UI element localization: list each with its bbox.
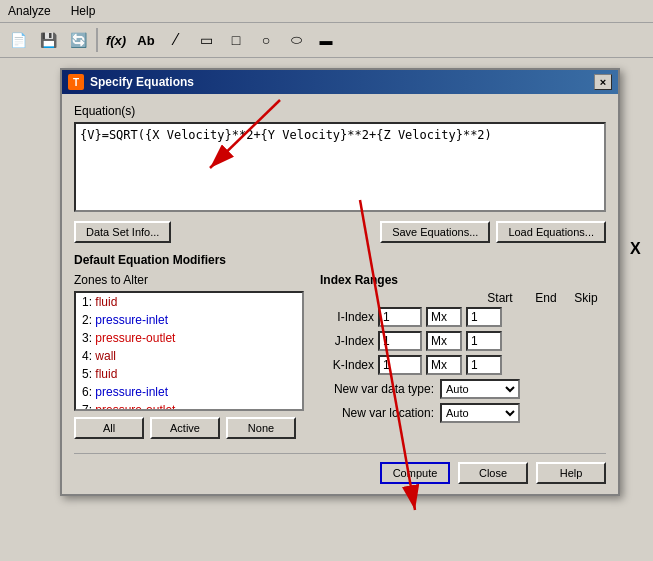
new-var-location-row: New var location: Auto bbox=[320, 403, 606, 423]
menu-help[interactable]: Help bbox=[67, 2, 100, 20]
new-var-location-label: New var location: bbox=[320, 406, 440, 420]
toolbar-btn-ab[interactable]: Ab bbox=[132, 26, 160, 54]
equation-btn-row: Data Set Info... Save Equations... Load … bbox=[74, 221, 606, 243]
toolbar-btn-slash[interactable]: ∕ bbox=[162, 26, 190, 54]
zone-num-2: 2: bbox=[82, 313, 95, 327]
zone-num-4: 4: bbox=[82, 349, 95, 363]
bottom-buttons: Compute Close Help bbox=[74, 453, 606, 484]
k-skip-input[interactable] bbox=[466, 355, 502, 375]
zone-num-5: 5: bbox=[82, 367, 95, 381]
toolbar-btn-rect1[interactable]: ▭ bbox=[192, 26, 220, 54]
zone-name-7: pressure-outlet bbox=[95, 403, 175, 411]
j-start-input[interactable] bbox=[378, 331, 422, 351]
zone-item-6[interactable]: 6: pressure-inlet bbox=[76, 383, 302, 401]
toolbar-btn-rect2[interactable]: □ bbox=[222, 26, 250, 54]
equation-input[interactable]: {V}=SQRT({X Velocity}**2+{Y Velocity}**2… bbox=[74, 122, 606, 212]
zone-item-3[interactable]: 3: pressure-outlet bbox=[76, 329, 302, 347]
save-equations-button[interactable]: Save Equations... bbox=[380, 221, 490, 243]
zone-item-5[interactable]: 5: fluid bbox=[76, 365, 302, 383]
toolbar-sep-1 bbox=[96, 28, 98, 52]
k-index-label: K-Index bbox=[320, 358, 378, 372]
zone-num-7: 7: bbox=[82, 403, 95, 411]
zone-item-4[interactable]: 4: wall bbox=[76, 347, 302, 365]
zone-name-6: pressure-inlet bbox=[95, 385, 168, 399]
index-header-row: Start End Skip bbox=[320, 291, 606, 305]
zone-name-5: fluid bbox=[95, 367, 117, 381]
zone-name-1: fluid bbox=[95, 295, 117, 309]
zone-item-7[interactable]: 7: pressure-outlet bbox=[76, 401, 302, 411]
j-end-input[interactable] bbox=[426, 331, 462, 351]
i-start-input[interactable] bbox=[378, 307, 422, 327]
index-col-end-header: End bbox=[526, 291, 566, 305]
index-col-skip-header: Skip bbox=[566, 291, 606, 305]
toolbar-btn-1[interactable]: 📄 bbox=[4, 26, 32, 54]
zone-item-1[interactable]: 1: fluid bbox=[76, 293, 302, 311]
menu-analyze[interactable]: Analyze bbox=[4, 2, 55, 20]
x-label: X bbox=[630, 240, 641, 258]
toolbar: 📄 💾 🔄 f(x) Ab ∕ ▭ □ ○ ⬭ ▬ bbox=[0, 23, 653, 58]
zone-num-6: 6: bbox=[82, 385, 95, 399]
toolbar-btn-rect3[interactable]: ▬ bbox=[312, 26, 340, 54]
zone-name-2: pressure-inlet bbox=[95, 313, 168, 327]
titlebar-left: T Specify Equations bbox=[68, 74, 194, 90]
new-var-data-type-select[interactable]: Auto bbox=[440, 379, 520, 399]
i-index-label: I-Index bbox=[320, 310, 378, 324]
close-dialog-button[interactable]: Close bbox=[458, 462, 528, 484]
load-equations-button[interactable]: Load Equations... bbox=[496, 221, 606, 243]
modifiers-label: Default Equation Modifiers bbox=[74, 253, 606, 267]
j-skip-input[interactable] bbox=[466, 331, 502, 351]
toolbar-btn-ellipse[interactable]: ⬭ bbox=[282, 26, 310, 54]
zones-label: Zones to Alter bbox=[74, 273, 304, 287]
toolbar-btn-2[interactable]: 💾 bbox=[34, 26, 62, 54]
new-var-location-select[interactable]: Auto bbox=[440, 403, 520, 423]
dialog-titlebar: T Specify Equations × bbox=[62, 70, 618, 94]
zone-num-3: 3: bbox=[82, 331, 95, 345]
k-end-input[interactable] bbox=[426, 355, 462, 375]
index-panel: Index Ranges Start End Skip I-Index bbox=[320, 273, 606, 439]
index-ranges-label: Index Ranges bbox=[320, 273, 606, 287]
zones-none-button[interactable]: None bbox=[226, 417, 296, 439]
zone-name-4: wall bbox=[95, 349, 116, 363]
k-start-input[interactable] bbox=[378, 355, 422, 375]
index-col-start-header: Start bbox=[474, 291, 526, 305]
equation-label: Equation(s) bbox=[74, 104, 606, 118]
toolbar-btn-fx[interactable]: f(x) bbox=[102, 26, 130, 54]
dialog-title: Specify Equations bbox=[90, 75, 194, 89]
zone-name-3: pressure-outlet bbox=[95, 331, 175, 345]
k-index-row: K-Index bbox=[320, 355, 606, 375]
specify-equations-dialog: T Specify Equations × Equation(s) {V}=SQ… bbox=[60, 68, 620, 496]
zone-item-2[interactable]: 2: pressure-inlet bbox=[76, 311, 302, 329]
zones-buttons: All Active None bbox=[74, 417, 304, 439]
zones-active-button[interactable]: Active bbox=[150, 417, 220, 439]
data-set-info-button[interactable]: Data Set Info... bbox=[74, 221, 171, 243]
menubar: Analyze Help bbox=[0, 0, 653, 23]
toolbar-btn-circle1[interactable]: ○ bbox=[252, 26, 280, 54]
i-index-row: I-Index bbox=[320, 307, 606, 327]
new-var-data-type-label: New var data type: bbox=[320, 382, 440, 396]
two-col-layout: Zones to Alter 1: fluid 2: pressure-inle… bbox=[74, 273, 606, 439]
save-load-buttons: Save Equations... Load Equations... bbox=[380, 221, 606, 243]
zone-num-1: 1: bbox=[82, 295, 95, 309]
toolbar-btn-3[interactable]: 🔄 bbox=[64, 26, 92, 54]
zones-all-button[interactable]: All bbox=[74, 417, 144, 439]
i-end-input[interactable] bbox=[426, 307, 462, 327]
j-index-row: J-Index bbox=[320, 331, 606, 351]
j-index-label: J-Index bbox=[320, 334, 378, 348]
dialog-close-button[interactable]: × bbox=[594, 74, 612, 90]
dialog-content: Equation(s) {V}=SQRT({X Velocity}**2+{Y … bbox=[62, 94, 618, 494]
help-button[interactable]: Help bbox=[536, 462, 606, 484]
zones-list[interactable]: 1: fluid 2: pressure-inlet 3: pressure-o… bbox=[74, 291, 304, 411]
dialog-icon: T bbox=[68, 74, 84, 90]
zones-panel: Zones to Alter 1: fluid 2: pressure-inle… bbox=[74, 273, 304, 439]
i-skip-input[interactable] bbox=[466, 307, 502, 327]
new-var-data-type-row: New var data type: Auto bbox=[320, 379, 606, 399]
compute-button[interactable]: Compute bbox=[380, 462, 450, 484]
